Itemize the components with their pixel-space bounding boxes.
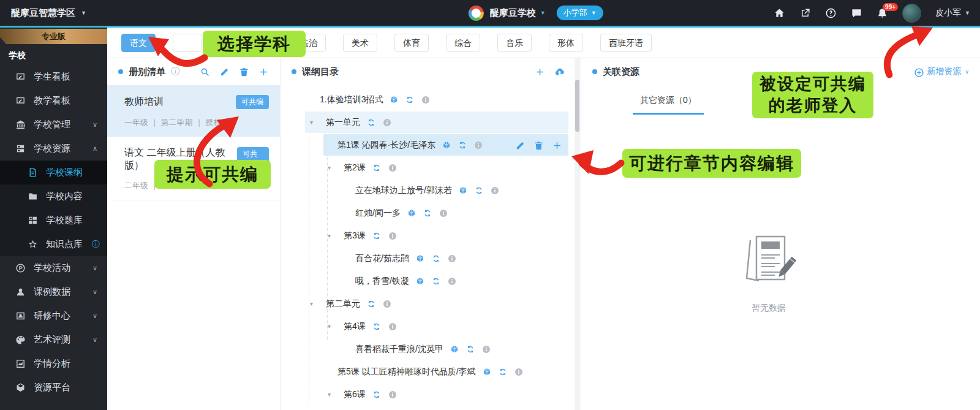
info-icon[interactable]	[382, 118, 392, 127]
outline-row[interactable]: 第5课 以工匠精神雕琢时代品质/李斌	[281, 360, 570, 383]
add-resource-button[interactable]: 新增资源 ∨	[914, 66, 969, 77]
sync-icon[interactable]	[431, 254, 441, 264]
sidebar-item[interactable]: 学校内容	[0, 184, 107, 208]
subject-tab[interactable]: 音乐	[497, 34, 532, 52]
cloud-upload-icon[interactable]	[554, 67, 565, 77]
sync-icon[interactable]	[405, 95, 415, 105]
collapse-arrow-icon[interactable]: ▾	[328, 164, 337, 171]
add-icon[interactable]	[535, 67, 545, 77]
delete-icon[interactable]	[533, 140, 543, 150]
subject-tab[interactable]: 西班牙语	[600, 34, 652, 52]
outline-row[interactable]: 1.体验培训3招式	[281, 88, 570, 111]
user-menu[interactable]: 皮小军 ▼	[935, 7, 970, 18]
info-icon[interactable]	[388, 231, 398, 241]
sync-icon[interactable]	[366, 299, 376, 309]
subject-tab[interactable]: 综合	[446, 34, 480, 52]
outline-row[interactable]: ▾ 第4课	[281, 315, 570, 338]
outline-row[interactable]: 百合花/茹志鹃	[281, 247, 570, 270]
chevron-icon[interactable]: ∧	[92, 145, 97, 153]
info-icon[interactable]: ⓘ	[92, 239, 100, 250]
sync-icon[interactable]	[372, 390, 382, 400]
sidebar-item[interactable]: 研修中心 ∨	[0, 304, 107, 328]
outline-row[interactable]: 第1课 沁园春·长沙/毛泽东	[281, 134, 570, 156]
subject-tab[interactable]: 形体	[549, 34, 583, 52]
outline-row[interactable]: ▾ 第3课	[281, 224, 570, 247]
sidebar-item[interactable]: 学校管理 ∨	[0, 113, 107, 137]
add-icon[interactable]	[258, 67, 269, 77]
sync-icon[interactable]	[498, 367, 508, 377]
chevron-icon[interactable]: ∨	[92, 336, 97, 344]
sync-icon[interactable]	[366, 118, 376, 127]
help-icon[interactable]	[825, 7, 837, 19]
sidebar-item[interactable]: 学校资源 ∧	[0, 137, 107, 161]
book-item[interactable]: 教师培训 可共编 一年级 ｜ 第二学期 ｜ 授权教师	[107, 85, 280, 137]
sidebar-item[interactable]: 课例数据 ∨	[0, 280, 107, 304]
info-icon[interactable]	[481, 344, 491, 354]
edit-icon[interactable]	[219, 67, 230, 77]
info-icon[interactable]	[514, 367, 524, 377]
info-icon[interactable]	[388, 163, 398, 173]
sync-icon[interactable]	[372, 322, 382, 332]
outline-row[interactable]: ▾ 第二单元	[281, 292, 570, 315]
chevron-icon[interactable]: ∨	[92, 121, 97, 129]
info-icon[interactable]	[473, 140, 483, 150]
info-icon[interactable]	[447, 276, 457, 286]
sidebar-item[interactable]: 知识点库 ⓘ	[0, 232, 107, 256]
sidebar-item[interactable]: 学校题库	[0, 208, 107, 232]
outline-row[interactable]: ▾ 第2课	[281, 156, 570, 179]
subject-tab[interactable]: 体育	[394, 34, 429, 52]
outline-row[interactable]: 喜看稻菽千重浪/沈英甲	[281, 338, 570, 360]
outline-row[interactable]: 哦，香雪/铁凝	[281, 270, 570, 292]
avatar[interactable]	[902, 4, 921, 23]
sync-icon[interactable]	[423, 208, 432, 218]
sidebar-item[interactable]: 学生看板	[0, 65, 107, 89]
sync-icon[interactable]	[431, 276, 441, 286]
notification-bell-icon[interactable]: 99+	[876, 7, 888, 19]
outline-row[interactable]: 立在地球边上放号/郭沫若	[281, 179, 570, 202]
subject-tab[interactable]: 美术	[343, 34, 377, 52]
chevron-icon[interactable]: ∨	[92, 312, 97, 320]
add-icon[interactable]	[552, 140, 561, 150]
sidebar-item[interactable]: 艺术评测 ∨	[0, 328, 107, 352]
sync-icon[interactable]	[372, 231, 382, 241]
collapse-arrow-icon[interactable]: ▾	[310, 119, 320, 126]
district-menu[interactable]: 醍摩豆智慧学区 ▼	[11, 7, 86, 19]
school-selector[interactable]: 醍摩豆学校 ▼	[490, 7, 546, 19]
outline-row[interactable]: 红烛/闻一多	[281, 202, 570, 224]
info-icon[interactable]	[439, 208, 448, 218]
collapse-arrow-icon[interactable]: ▾	[328, 232, 337, 239]
edit-icon[interactable]	[515, 140, 524, 150]
info-icon[interactable]	[382, 299, 392, 309]
collapse-arrow-icon[interactable]: ▾	[328, 323, 337, 330]
sync-icon[interactable]	[458, 140, 467, 150]
sync-icon[interactable]	[474, 186, 484, 196]
subject-tab[interactable]	[173, 34, 202, 52]
info-icon[interactable]	[490, 186, 500, 196]
info-icon[interactable]	[421, 95, 431, 105]
tab-other-resources[interactable]: 其它资源（0）	[633, 91, 704, 115]
subject-tab[interactable]: 语文	[121, 34, 156, 52]
collapse-arrow-icon[interactable]: ▾	[328, 391, 337, 398]
sidebar-item[interactable]: 资源平台	[0, 376, 107, 400]
info-icon[interactable]	[388, 322, 398, 332]
message-icon[interactable]	[851, 7, 862, 19]
outline-row[interactable]: ▾ 第一单元	[281, 111, 570, 134]
external-link-icon[interactable]	[799, 7, 811, 19]
collapse-arrow-icon[interactable]: ▾	[310, 300, 320, 307]
info-icon[interactable]: ⓘ	[171, 66, 179, 77]
sidebar-item[interactable]: 学校活动 ∨	[0, 256, 107, 280]
chevron-icon[interactable]: ∨	[92, 264, 97, 272]
info-icon[interactable]	[388, 390, 398, 400]
sidebar-item[interactable]: 学校课纲	[0, 161, 107, 184]
sync-icon[interactable]	[466, 344, 475, 354]
search-icon[interactable]	[200, 67, 210, 77]
scrollbar-thumb[interactable]	[575, 80, 579, 132]
sidebar-item[interactable]: 教学看板	[0, 89, 107, 113]
delete-icon[interactable]	[239, 67, 249, 77]
chevron-icon[interactable]: ∨	[92, 288, 97, 296]
outline-row[interactable]: ▾ 第6课	[281, 383, 570, 406]
sidebar-item[interactable]: 学情分析	[0, 352, 107, 376]
info-icon[interactable]	[447, 254, 457, 264]
home-icon[interactable]	[774, 7, 785, 19]
sync-icon[interactable]	[372, 163, 382, 173]
